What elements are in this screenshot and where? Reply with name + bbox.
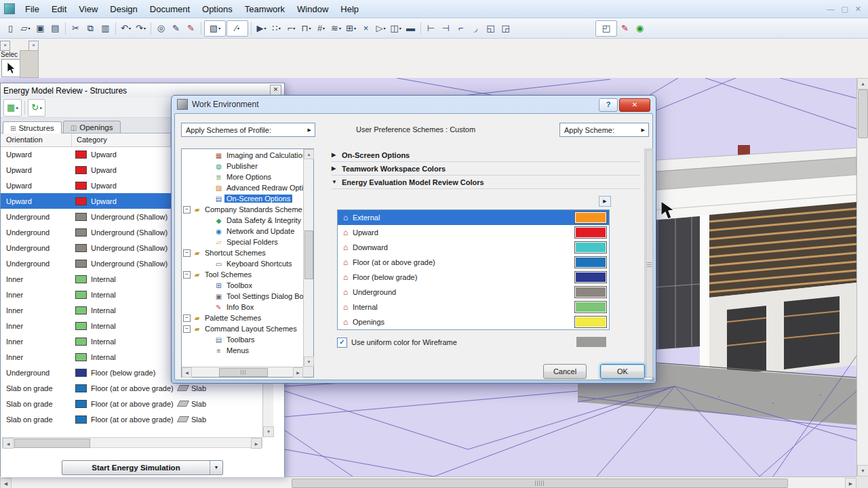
menu-item[interactable]: Help: [334, 1, 365, 17]
tree-item[interactable]: − ▰ Tool Schemes: [182, 269, 303, 280]
tree-horizontal-scrollbar[interactable]: ◀ ▶: [182, 367, 303, 377]
tree-item[interactable]: ▣ Tool Settings Dialog Box: [182, 291, 303, 302]
tree-expander-icon[interactable]: −: [183, 249, 191, 257]
markup-pen-icon[interactable]: ✎: [618, 21, 632, 36]
print-icon[interactable]: ▤: [48, 21, 62, 36]
menu-item[interactable]: Window: [291, 1, 334, 17]
window-control-icon[interactable]: ▢: [841, 5, 848, 14]
tree-expander-icon[interactable]: −: [183, 325, 191, 333]
orientation-tool-icon[interactable]: ▷ ▾: [374, 21, 388, 36]
menu-item[interactable]: View: [73, 1, 104, 17]
menu-item[interactable]: Design: [104, 1, 143, 17]
update-review-button[interactable]: ↻ ▸: [28, 99, 45, 117]
dimension-tool-icon[interactable]: # ▾: [314, 21, 328, 36]
arrow-tool-icon[interactable]: ▶ ▾: [254, 21, 269, 36]
dropdown-arrow-icon[interactable]: ▼: [210, 461, 222, 474]
fillet-tool-icon[interactable]: ◞: [469, 21, 483, 36]
table-row[interactable]: Slab on grade Floor (at or above grade) …: [1, 411, 262, 427]
menu-item[interactable]: Edit: [45, 1, 73, 17]
horizontal-scrollbar-thumb[interactable]: [14, 439, 90, 448]
tree-item[interactable]: ≣ More Options: [182, 171, 303, 182]
zoom-icon[interactable]: ◎: [154, 21, 168, 36]
tree-item[interactable]: ◆ Data Safety & Integrity: [182, 215, 303, 226]
color-list-row[interactable]: ⌂ Floor (at or above grade): [338, 255, 609, 270]
scroll-left-icon[interactable]: ◀: [3, 438, 14, 449]
color-swatch[interactable]: [574, 211, 607, 224]
new-document-icon[interactable]: ▯: [3, 21, 18, 36]
tree-item[interactable]: ▱ Special Folders: [182, 237, 303, 247]
tree-item[interactable]: ▦ Imaging and Calculation: [182, 150, 303, 161]
window-control-icon[interactable]: ✕: [855, 5, 861, 14]
tree-item[interactable]: ◍ Publisher: [182, 161, 303, 171]
pane-scrollbar[interactable]: [644, 148, 653, 378]
color-swatch[interactable]: [574, 241, 607, 253]
tree-item[interactable]: − ▰ Company Standards Scheme: [182, 204, 303, 215]
hatch-tool-icon[interactable]: ≋ ▾: [329, 21, 343, 36]
tab[interactable]: ◫ Openings: [63, 121, 121, 133]
resize-grip-icon[interactable]: ◢: [649, 375, 654, 382]
wireframe-color-swatch[interactable]: [576, 337, 606, 347]
horizontal-scrollbar[interactable]: ◀ ▶: [0, 476, 856, 488]
vertical-scrollbar[interactable]: ▲ ▼: [856, 78, 868, 476]
corner-tool-icon[interactable]: ⌐: [454, 21, 468, 36]
divider[interactable]: [115, 22, 116, 35]
close-icon[interactable]: ×: [28, 41, 39, 51]
ok-button[interactable]: OK: [600, 364, 645, 379]
scroll-right-icon[interactable]: ▶: [293, 367, 303, 378]
section-on-screen-options[interactable]: ▶ On-Screen Options: [332, 148, 640, 162]
apply-scheme-dropdown[interactable]: Apply Scheme: ▶: [559, 123, 649, 137]
arrow-select-tool[interactable]: [1, 59, 20, 77]
scroll-left-icon[interactable]: ◀: [0, 478, 12, 488]
tree-item[interactable]: ▭ Keyboard Shortcuts: [182, 258, 303, 269]
table-horizontal-scrollbar[interactable]: ◀ ▶: [2, 437, 262, 448]
model-display-button[interactable]: ▦ ▸: [3, 99, 22, 117]
scroll-right-icon[interactable]: ▶: [845, 478, 856, 488]
divider[interactable]: [151, 22, 151, 35]
tree-item[interactable]: − ▰ Palette Schemes: [182, 312, 303, 323]
menu-item[interactable]: Teamwork: [239, 1, 291, 17]
beam-tool-icon[interactable]: ▬: [403, 21, 418, 36]
stretch-tool-icon[interactable]: ◲: [498, 21, 513, 36]
section-energy-evaluation-model-review-colors[interactable]: ▼ Energy Evaluation Model Review Colors: [332, 176, 640, 189]
scroll-down-icon[interactable]: ▼: [304, 357, 314, 367]
tree-item[interactable]: ≡ Menus: [182, 345, 303, 356]
flyout-arrow-button[interactable]: ▶: [599, 196, 611, 207]
vertical-scrollbar-thumb[interactable]: [858, 89, 868, 138]
tree-item[interactable]: − ▰ Command Layout Schemes: [182, 323, 303, 334]
color-list-row[interactable]: ⌂ Downward: [338, 240, 609, 255]
save-icon[interactable]: ▣: [33, 21, 47, 36]
pane-scrollbar-thumb[interactable]: [646, 150, 653, 378]
menu-item[interactable]: Options: [196, 1, 239, 17]
tree-item[interactable]: ▤ On-Screen Options: [182, 193, 303, 204]
grid-tool-icon[interactable]: ⊞ ▾: [344, 21, 358, 36]
scroll-down-icon[interactable]: ▼: [857, 465, 868, 476]
adjust-tool-icon[interactable]: ⊣: [439, 21, 453, 36]
scroll-up-icon[interactable]: ▲: [304, 149, 314, 159]
dialog-title-bar[interactable]: Work Environment: [172, 96, 656, 113]
scroll-right-icon[interactable]: ▶: [251, 438, 262, 449]
wall-tool-icon[interactable]: ⊓ ▾: [299, 21, 313, 36]
column-tool-icon[interactable]: ◫ ▾: [389, 21, 403, 36]
scroll-left-icon[interactable]: ◀: [182, 367, 192, 378]
tree-expander-icon[interactable]: −: [183, 206, 191, 214]
tree-item[interactable]: ⊞ Toolbox: [182, 280, 303, 291]
delete-tool-icon[interactable]: ×: [359, 21, 373, 36]
color-swatch[interactable]: [574, 256, 607, 268]
split-tool-icon[interactable]: ∕ ▾: [226, 20, 248, 37]
tree-item[interactable]: ◉ Network and Update: [182, 226, 303, 237]
section-teamwork-workspace-colors[interactable]: ▶ Teamwork Workspace Colors: [332, 162, 640, 176]
column-header-orientation[interactable]: Orientation: [6, 136, 43, 144]
color-swatch[interactable]: [574, 271, 607, 283]
copy-icon[interactable]: ⧉: [83, 21, 98, 36]
color-list-row[interactable]: ⌂ Internal: [338, 300, 609, 314]
color-list-row[interactable]: ⌂ Upward: [338, 225, 609, 240]
paste-icon[interactable]: ▥: [98, 21, 113, 36]
divider[interactable]: [201, 22, 201, 35]
snap-grid-icon[interactable]: ∷ ▾: [269, 21, 283, 36]
scroll-down-icon[interactable]: ▼: [263, 426, 274, 437]
layout-book-icon[interactable]: ◰: [595, 20, 617, 37]
divider[interactable]: [65, 22, 66, 35]
tree-scrollbar-thumb[interactable]: [304, 230, 313, 279]
table-row[interactable]: Slab on grade Floor (at or above grade) …: [1, 396, 262, 411]
close-button[interactable]: ✕: [619, 98, 650, 112]
